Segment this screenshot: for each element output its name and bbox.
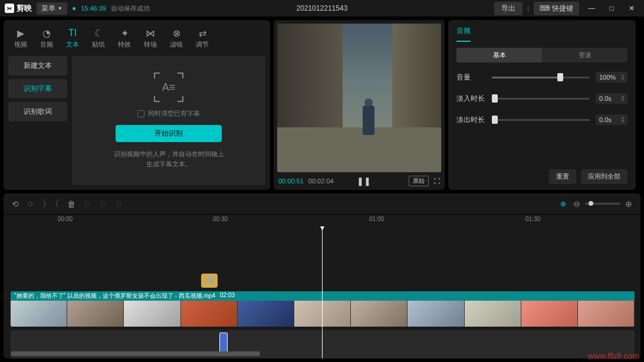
mark-in-button[interactable]: ⚐ [84,199,91,209]
delete-button[interactable]: 🗑 [67,199,75,209]
shortcuts-button[interactable]: ⌨ 快捷键 [534,2,579,15]
tab-sticker[interactable]: ☾贴纸 [87,25,110,51]
autosave-msg: 自动保存成功 [111,4,150,13]
properties-panel: 音频 基本 变速 音量 100%▴▾ 淡入时长 0.0s▴▾ 淡出时长 0.0s… [448,20,636,190]
video-clip[interactable]: "她要的，我给不了" 以后的视频，这个俄罗斯女孩不会出现了 - 西瓜视频.mp4… [11,291,635,327]
fadein-value[interactable]: 0.0s▴▾ [596,93,627,104]
sticker-icon: ☾ [93,27,104,39]
audio-icon: ◔ [41,27,52,39]
magnet-button[interactable]: ⊕ [560,200,566,208]
horizontal-scrollbar[interactable] [11,351,635,356]
split-button[interactable]: 〉〈 [42,199,59,209]
logo-icon: ✂ [5,4,14,13]
ratio-button[interactable]: 原始 [409,176,429,186]
fadeout-value[interactable]: 0.0s▴▾ [596,114,627,125]
clear-existing-checkbox[interactable]: 同时清空已有字幕 [137,109,200,118]
filter-icon: ⊗ [170,27,182,39]
menu-button[interactable]: 菜单▼ [37,2,67,15]
fadeout-label: 淡出时长 [456,115,486,125]
reset-button[interactable]: 重置 [549,169,576,184]
mark-button[interactable]: ⚐ [100,199,107,209]
sidebar-new-text[interactable]: 新建文本 [8,56,67,75]
tab-effect[interactable]: ✦特效 [113,25,136,51]
tab-video[interactable]: ▶视频 [9,25,32,51]
start-recognize-button[interactable]: 开始识别 [116,125,222,142]
effect-icon: ✦ [119,27,130,39]
clip-duration: 02:03 [220,292,235,300]
text-icon: TI [67,27,78,39]
project-title: 2021012211543 [155,4,489,12]
tab-text[interactable]: TI文本 [61,25,84,51]
recognize-desc: 识别视频中的人声，并自动在时间轴上生成字幕文本。 [114,149,224,169]
clip-title: "她要的，我给不了" 以后的视频，这个俄罗斯女孩不会出现了 - 西瓜视频.mp4 [14,292,215,300]
close-button[interactable]: ✕ [624,1,639,16]
volume-slider[interactable] [492,77,590,78]
volume-value[interactable]: 100%▴▾ [596,72,627,83]
zoom-out-button[interactable]: ⊖ [573,199,580,209]
tab-adjust[interactable]: ⇄调节 [191,25,213,51]
preview-panel: 我的确不敢 主动 00:00:51 00:02:04 ❚❚ 原始 ⛶ [274,20,445,190]
subtab-basic[interactable]: 基本 [456,48,542,62]
app-logo: ✂ 剪映 [5,3,32,14]
current-time: 00:00:51 [278,177,304,185]
pause-button[interactable]: ❚❚ [357,176,371,186]
playhead[interactable] [322,226,323,358]
keyboard-icon: ⌨ [540,4,550,12]
mark-out-button[interactable]: ⚐ [116,199,123,209]
fadein-label: 淡入时长 [456,94,486,104]
undo-button[interactable]: ⟲ [12,199,19,209]
fadeout-slider[interactable] [492,119,590,121]
total-time: 00:02:04 [308,177,334,185]
zoom-slider[interactable] [585,203,620,205]
tab-filter[interactable]: ⊗滤镜 [165,25,188,51]
transition-icon: ⋈ [144,27,156,39]
apply-all-button[interactable]: 应用到全部 [581,169,627,184]
video-preview[interactable]: 我的确不敢 主动 [277,24,441,172]
maximize-button[interactable]: □ [604,1,619,16]
tab-audio[interactable]: ◔音频 [35,25,58,51]
volume-label: 音量 [456,73,486,83]
sidebar-recognize-lyrics[interactable]: 识别歌词 [8,102,67,121]
video-icon: ▶ [15,27,27,39]
link-icon[interactable]: 🔗 [201,274,218,288]
time-ruler[interactable]: 00:00 00:30 01:00 01:30 [4,215,640,226]
zoom-in-button[interactable]: ⊕ [625,199,632,209]
watermark: www.ffu9.com [588,351,639,361]
media-panel: ▶视频 ◔音频 TI文本 ☾贴纸 ✦特效 ⋈转场 ⊗滤镜 ⇄调节 新建文本 识别… [4,20,270,190]
autosave-time: 15:46:39 [81,5,106,12]
export-button[interactable]: 导出 [494,2,523,15]
minimize-button[interactable]: — [584,1,599,16]
redo-button[interactable]: ⟳ [27,199,34,209]
sidebar-recognize-subtitle[interactable]: 识别字幕 [8,79,67,98]
fullscreen-icon[interactable]: ⛶ [433,177,440,185]
panel-title: 音频 [456,26,471,42]
subtab-speed[interactable]: 变速 [542,48,627,62]
fadein-slider[interactable] [492,98,590,100]
app-name: 剪映 [17,3,32,14]
tab-transition[interactable]: ⋈转场 [139,25,162,51]
adjust-icon: ⇄ [196,27,208,39]
recognize-icon: A≡ [154,73,183,102]
recognize-panel: A≡ 同时清空已有字幕 开始识别 识别视频中的人声，并自动在时间轴上生成字幕文本… [72,56,265,185]
timeline: ⟲ ⟳ 〉〈 🗑 ⚐ ⚐ ⚐ ⊕ ⊖ ⊕ 00:00 00:30 01:00 0… [4,193,640,358]
